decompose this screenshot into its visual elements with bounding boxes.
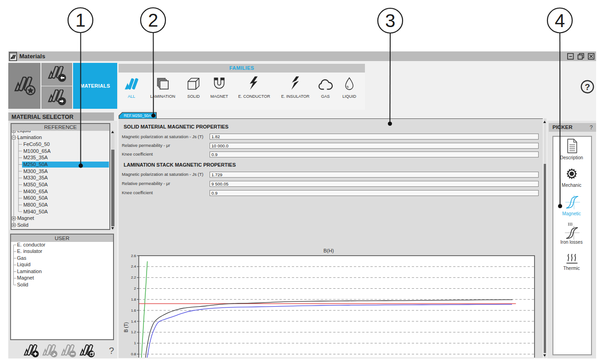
svg-text:2: 2 bbox=[148, 10, 158, 30]
svg-text:3: 3 bbox=[385, 11, 395, 31]
svg-text:4: 4 bbox=[555, 11, 565, 31]
svg-text:1: 1 bbox=[75, 10, 85, 30]
